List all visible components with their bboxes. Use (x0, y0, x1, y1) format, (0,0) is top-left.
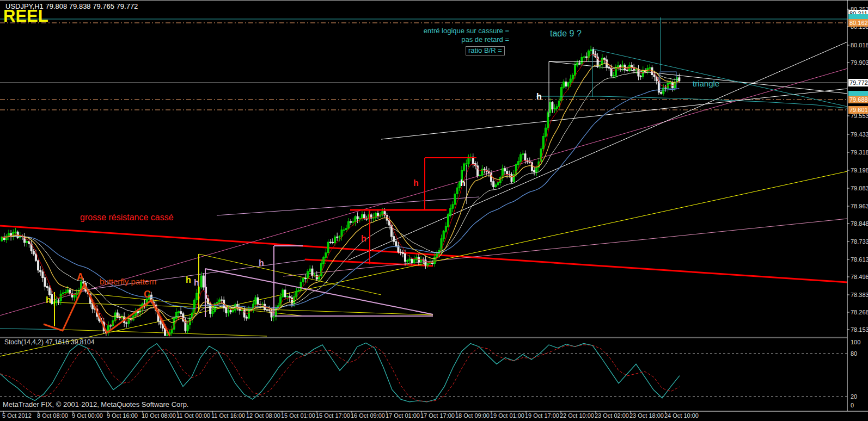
measure-h-white-top: h (536, 92, 542, 102)
price-tick-label: 79.903 (851, 59, 868, 66)
price-tick-label: 79.198 (851, 167, 868, 174)
watermark-reel: REEL (3, 8, 48, 26)
price-tick-label: 78.498 (851, 274, 868, 280)
price-tick-label: 80.018 (851, 42, 868, 48)
price-tick-label: 78.383 (851, 292, 868, 298)
note-resistance-broken: grosse résistance cassé (80, 213, 174, 222)
measure-h-white-mid: h (460, 179, 466, 188)
time-tick-label: 11 Oct 00:00 (176, 412, 210, 419)
note-butterfly-pattern: butterfly pattern (100, 277, 156, 286)
stoch-scale-label: 20 (851, 393, 857, 400)
pattern-point-c: C (144, 289, 151, 300)
time-tick-label: 17 Oct 01:00 (386, 412, 420, 419)
time-tick-label: 19 Oct 01:00 (490, 412, 524, 419)
note-trade-9: tade 9 ? (550, 29, 582, 39)
price-tick-label: 78.268 (851, 309, 868, 315)
time-tick-label: 8 Oct 08:00 (37, 412, 68, 419)
price-tick-label: 78.848 (851, 220, 868, 227)
time-tick-label: 10 Oct 08:00 (142, 412, 176, 419)
note-triangle: triangle (693, 79, 719, 88)
stochastic-label: Stoch(14,4,2) 47.1616 39.8104 (4, 339, 94, 346)
measure-h-plum-small: h (194, 278, 199, 288)
level-price-box: 79.688 (848, 96, 868, 103)
stoch-k-line (0, 343, 680, 402)
measure-h-red-upper: h (413, 179, 419, 188)
time-tick-label: 18 Oct 09:00 (455, 412, 490, 419)
price-tick-label: 78.733 (851, 238, 868, 245)
price-tick-label: 79.318 (851, 149, 868, 156)
trendlines-and-levels (0, 19, 847, 356)
time-tick-label: 5 Oct 2012 (2, 412, 32, 419)
time-tick-label: 15 Oct 17:00 (316, 412, 350, 419)
mt4-chart-window: USDJPY,H1 79.808 79.838 79.765 79.772 RE… (0, 0, 868, 421)
time-tick-label: 17 Oct 17:00 (420, 412, 455, 419)
current-price-box: 79.772 (848, 79, 868, 86)
chart-frame (0, 0, 868, 413)
measure-h-red-lower: h (361, 234, 366, 244)
stoch-scale-label: 100 (851, 339, 860, 345)
measure-h-yellow-mid: h (186, 276, 191, 285)
time-tick-label: 22 Oct 10:00 (560, 412, 594, 419)
time-tick-label: 12 Oct 08:00 (246, 412, 280, 419)
time-tick-label: 11 Oct 16:00 (211, 412, 245, 419)
time-tick-label: 16 Oct 09:00 (351, 412, 385, 419)
note-ratio-br-box: ratio B/R = (466, 46, 505, 55)
time-tick-label: 19 Oct 17:00 (525, 412, 559, 419)
measure-h-yellow-left: h (46, 296, 51, 305)
pattern-point-a: A (77, 272, 84, 282)
measure-brackets (44, 17, 847, 336)
ma-blue (2, 89, 680, 309)
price-tick-label: 79.433 (851, 131, 868, 138)
note-entry-logic: entré logique sur cassure = (400, 27, 509, 35)
time-tick-label: 9 Oct 16:00 (107, 412, 138, 419)
time-tick-label: 9 Oct 00:00 (72, 412, 103, 419)
level-price-box: 79.601 (848, 106, 868, 114)
level-price-box: 80.162 (848, 19, 868, 27)
price-tick-label: 78.153 (851, 326, 868, 333)
note-no-delay: pas de retard = (400, 36, 509, 44)
time-tick-label: 24 Oct 10:00 (664, 412, 699, 419)
stochastic-panel (0, 337, 847, 402)
time-tick-label: 23 Oct 02:00 (595, 412, 629, 419)
price-tick-label: 78.613 (851, 256, 868, 263)
price-tick-label: 79.083 (851, 185, 868, 191)
price-tick-label: 78.963 (851, 203, 868, 209)
teal-rounded-support (536, 96, 847, 108)
ma-red (2, 54, 680, 330)
measure-h-plum-mid: h (259, 259, 264, 268)
stoch-scale-label: 0 (851, 402, 854, 408)
candles (1, 46, 680, 336)
time-tick-label: 23 Oct 18:00 (629, 412, 664, 419)
moving-averages (2, 54, 680, 330)
time-tick-label: 15 Oct 01:00 (281, 412, 315, 419)
platform-credit: MetaTrader FIX, © 2001-2012, MetaQuotes … (3, 401, 188, 408)
butterfly-zigzag (44, 284, 170, 336)
stoch-scale-label: 80 (851, 350, 857, 357)
main-chart-canvas[interactable] (0, 0, 868, 421)
